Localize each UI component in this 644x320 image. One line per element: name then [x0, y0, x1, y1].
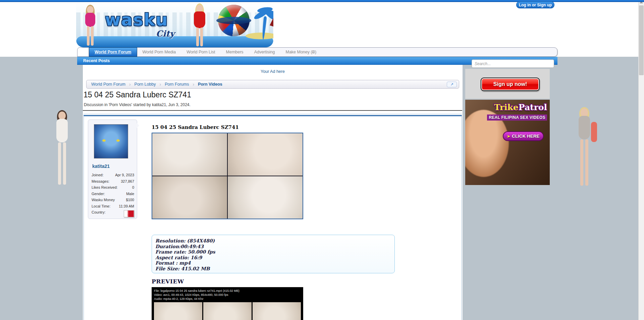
preview-meta-line: File: legalporno 15 04 25 sandra luberc …	[154, 289, 301, 293]
site-logo[interactable]: wasku	[105, 10, 168, 30]
breadcrumb-item-lobby[interactable]: Porn Lobby	[135, 82, 156, 87]
nav-tab-world-porn-forum[interactable]: World Porn Forum	[89, 47, 137, 57]
signup-panel: Sign up now!	[465, 69, 550, 99]
video-info-line: Duration:00:49:43	[155, 244, 394, 249]
video-info-line: File Size: 415.02 MB	[155, 266, 394, 272]
video-info-line: Resolution: (854X480)	[155, 238, 394, 244]
author-field-row: Likes Received: 0	[92, 185, 134, 189]
thread-title: 15 04 25 Sandra Luberc SZ741	[84, 90, 191, 99]
breadcrumb-separator-icon: ›	[193, 82, 194, 87]
author-card: katita21 Joined: Apr 9, 2023 Messages: 3…	[88, 120, 137, 219]
nav-tab-advertising[interactable]: Advertising	[249, 48, 280, 56]
avatar-detail	[102, 139, 106, 142]
ad-brand-part: Trike	[494, 102, 519, 112]
open-in-new-icon[interactable]: ↗	[447, 82, 457, 87]
author-username-link[interactable]: katita21	[92, 164, 110, 169]
author-country-row: Country:	[92, 210, 134, 217]
author-fields: Joined: Apr 9, 2023 Messages: 327,867 Li…	[92, 173, 134, 217]
ad-click-here-button[interactable]: ➤ CLICK HERE	[503, 131, 544, 141]
field-label: Joined:	[92, 173, 103, 177]
preview-meta-line: Audio: mp4a-40-2, 129 Kbps, 44 Khz	[154, 297, 301, 301]
side-banner-figure-left[interactable]	[49, 111, 75, 188]
author-field-row: Gender: Male	[92, 192, 134, 196]
ad-brand-part: Patrol	[519, 102, 547, 112]
sidebar-ad-banner[interactable]: TrikePatrol REAL FILIPINA SEX VIDEOS ➤ C…	[465, 100, 550, 185]
ad-brand-logo: TrikePatrol	[494, 102, 547, 112]
banner-bottom-bar	[76, 36, 273, 47]
preview-thumb	[203, 302, 252, 320]
ad-tagline: REAL FILIPINA SEX VIDEOS	[487, 115, 547, 121]
breadcrumb: World Porn Forum › Porn Lobby › Porn For…	[86, 80, 459, 89]
flag-globe-band	[216, 17, 251, 24]
preview-thumbs-row	[154, 302, 301, 320]
screenshot-thumb	[228, 133, 303, 176]
breadcrumb-separator-icon: ›	[160, 82, 161, 87]
post-panel: katita21 Joined: Apr 9, 2023 Messages: 3…	[84, 115, 462, 320]
your-ad-here-link[interactable]: Your Ad here	[261, 69, 285, 74]
main-nav: World Porn Forum World Porn Media World …	[77, 47, 557, 57]
preview-heading: PREVIEW	[152, 278, 184, 285]
video-info-line: Frame rate: 50.000 fps	[155, 249, 394, 255]
bahrain-flag-icon	[124, 210, 134, 217]
scrollbar-thumb[interactable]	[639, 5, 644, 75]
card-pointer	[137, 123, 139, 128]
preview-meta-line: Video: avc1, 00:49:43, 1024 Kbps, 854x48…	[154, 293, 301, 297]
side-banner-figure-right[interactable]	[569, 108, 599, 190]
user-avatar[interactable]	[94, 124, 128, 158]
breadcrumb-separator-icon: ›	[129, 82, 131, 87]
recent-posts-link[interactable]: Recent Posts	[83, 58, 110, 63]
banner-model-left	[78, 6, 102, 46]
author-field-row: Joined: Apr 9, 2023	[92, 173, 134, 177]
ad-cta-label: CLICK HERE	[512, 134, 540, 139]
field-value: 0	[132, 185, 134, 189]
field-value: 327,867	[121, 179, 134, 183]
main-content: Your Ad here World Porn Forum › Porn Lob…	[83, 65, 463, 320]
author-field-row: Local Time: 11:39 AM	[92, 204, 134, 208]
field-value: Apr 9, 2023	[115, 173, 134, 177]
breadcrumb-item-videos[interactable]: Porn Videos	[198, 82, 222, 87]
arrow-right-icon: ➤	[507, 134, 510, 139]
screenshot-thumb	[228, 176, 303, 219]
nav-tab-world-porn-list[interactable]: World Porn List	[181, 48, 220, 56]
login-signup-button[interactable]: Log in or Sign up	[516, 1, 554, 8]
preview-thumb	[154, 302, 202, 320]
nav-tab-world-porn-media[interactable]: World Porn Media	[137, 48, 181, 56]
banner-model-right	[186, 5, 213, 47]
field-label: Wasku Money	[92, 198, 115, 202]
field-label: Country:	[92, 210, 106, 214]
preview-sheet[interactable]: File: legalporno 15 04 25 sandra luberc …	[152, 287, 303, 320]
breadcrumb-item-forums[interactable]: Porn Forums	[165, 82, 189, 87]
signup-now-button[interactable]: Sign up now!	[481, 78, 540, 91]
title-divider	[83, 110, 462, 111]
video-info-line: Aspect ratio: 16:9	[155, 255, 394, 261]
page-scrollbar[interactable]	[638, 0, 644, 320]
field-value: 11:39 AM	[119, 204, 134, 208]
logo-dots: ...	[152, 21, 157, 27]
search-input[interactable]	[472, 59, 554, 68]
video-info-box: Resolution: (854X480) Duration:00:49:43 …	[152, 235, 395, 273]
video-info-line: Format : mp4	[155, 260, 394, 266]
screenshot-thumb	[152, 176, 227, 219]
field-label: Gender:	[92, 192, 105, 196]
screenshot-thumb	[152, 133, 227, 176]
field-label: Messages:	[92, 179, 109, 183]
author-field-row: Messages: 327,867	[92, 179, 134, 183]
nav-tab-make-money[interactable]: Make Money (Ƀ)	[280, 48, 322, 56]
nav-tab-members[interactable]: Members	[221, 48, 249, 56]
breadcrumb-item-forum[interactable]: World Porn Forum	[91, 82, 125, 87]
site-logo-suffix: City	[156, 29, 174, 39]
nav-home-stub[interactable]	[77, 48, 89, 56]
site-banner[interactable]: wasku ... City ✚	[76, 2, 273, 47]
avatar-detail	[116, 139, 120, 142]
field-value: $100	[126, 198, 134, 202]
post-content-title: 15 04 25 Sandra Luberc SZ741	[152, 124, 239, 130]
field-label: Likes Received:	[92, 185, 118, 189]
page-root: Log in or Sign up wasku ... City ✚ World…	[0, 0, 644, 320]
top-ad-slot: Your Ad here	[83, 68, 463, 74]
field-label: Local Time:	[92, 204, 110, 208]
thread-subtitle: Discussion in 'Porn Videos' started by k…	[84, 102, 191, 107]
author-field-row: Wasku Money $100	[92, 198, 134, 202]
preview-thumb	[253, 302, 301, 320]
screenshot-grid[interactable]	[152, 133, 303, 219]
field-value: Male	[126, 192, 134, 196]
